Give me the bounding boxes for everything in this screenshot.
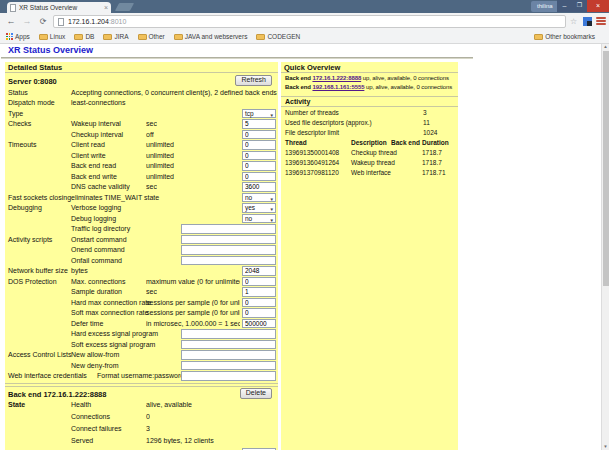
url-port: :8010 bbox=[109, 18, 127, 25]
extension-icon[interactable] bbox=[583, 17, 592, 26]
field-input[interactable] bbox=[242, 319, 276, 329]
row-label: Connections bbox=[71, 413, 110, 420]
table-row: Access Control ListsNew allow-from bbox=[5, 350, 278, 361]
field-input[interactable] bbox=[242, 151, 276, 161]
row-label: bytes bbox=[71, 267, 88, 274]
row-description: unlimited bbox=[146, 162, 174, 169]
row-label: Hard excess signal program bbox=[71, 330, 158, 337]
field-input[interactable] bbox=[242, 277, 276, 287]
field-input[interactable] bbox=[181, 350, 276, 360]
tab-strip: XR Status Overview × thilina – ❐ × bbox=[0, 0, 609, 13]
table-row: Dispatch modeleast-connections bbox=[5, 98, 278, 109]
reload-icon[interactable]: ⟳ bbox=[36, 14, 50, 29]
field-select[interactable]: no▼ bbox=[242, 214, 276, 224]
vertical-scrollbar[interactable]: ▲ ▼ bbox=[601, 44, 609, 450]
scroll-down-icon[interactable]: ▼ bbox=[602, 444, 609, 449]
field-input[interactable] bbox=[181, 340, 276, 350]
field-input[interactable] bbox=[181, 235, 276, 245]
backend-link[interactable]: 192.168.1.161:5555 bbox=[312, 84, 364, 90]
field-input[interactable] bbox=[242, 298, 276, 308]
field-input[interactable] bbox=[242, 130, 276, 140]
field-input[interactable] bbox=[242, 287, 276, 297]
backend-state: up, alive, available, 0 connections bbox=[361, 75, 449, 81]
row-label: eliminates TIME_WAIT state bbox=[71, 194, 159, 201]
bookmark-apps[interactable]: Apps bbox=[6, 33, 30, 40]
table-row: StateHealthalive, available bbox=[5, 399, 278, 411]
field-input[interactable] bbox=[181, 361, 276, 371]
field-select[interactable]: yes▼ bbox=[242, 203, 276, 213]
backend-status-line: Back end 172.16.1.222:8888 up, alive, av… bbox=[281, 75, 458, 84]
row-description: sec bbox=[146, 183, 157, 190]
new-tab-button[interactable] bbox=[115, 3, 134, 11]
table-row: Checkup intervaloff bbox=[5, 129, 278, 140]
field-input[interactable] bbox=[181, 329, 276, 339]
table-row: Hard excess signal program bbox=[5, 329, 278, 340]
row-description: sec bbox=[146, 288, 157, 295]
row-value: least-connections bbox=[71, 99, 125, 106]
scroll-up-icon[interactable]: ▲ bbox=[602, 44, 609, 49]
field-input[interactable] bbox=[242, 308, 276, 318]
window-maximize-button[interactable]: ❐ bbox=[572, 0, 587, 12]
field-input[interactable] bbox=[242, 172, 276, 182]
window-minimize-button[interactable]: – bbox=[557, 0, 572, 12]
bookmark-folder[interactable]: JIRA bbox=[103, 33, 128, 40]
row-value: Accepting connections, 0 concurrent clie… bbox=[71, 89, 277, 96]
field-input[interactable] bbox=[181, 256, 276, 266]
browser-tab[interactable]: XR Status Overview × bbox=[7, 2, 111, 13]
table-row: Client writeunlimited bbox=[5, 150, 278, 161]
tab-close-icon[interactable]: × bbox=[104, 4, 108, 12]
row-label: Hard max connection rate bbox=[71, 299, 151, 306]
thread-table-row: 139691370981120Web interface1718.71 bbox=[281, 167, 458, 177]
table-row: Activity scriptsOnstart command bbox=[5, 234, 278, 245]
field-input[interactable] bbox=[242, 182, 276, 192]
field-input[interactable] bbox=[242, 266, 276, 276]
bookmark-folders: LinuxDBJIRAOtherJAVA and webserversCODEG… bbox=[39, 33, 309, 40]
row-label: Connect failures bbox=[71, 425, 122, 432]
thread-table-header: Thread Description Back end Duration bbox=[281, 137, 458, 147]
thread-cell: 1718.7 bbox=[422, 149, 442, 156]
scrollbar-thumb[interactable] bbox=[603, 51, 609, 286]
forward-icon[interactable]: → bbox=[20, 14, 34, 29]
bookmark-folder[interactable]: Other bbox=[138, 33, 165, 40]
row-description: 0 bbox=[146, 413, 150, 420]
field-input[interactable] bbox=[242, 161, 276, 171]
field-input[interactable] bbox=[181, 224, 276, 234]
folder-icon bbox=[174, 34, 183, 40]
delete-button[interactable]: Delete bbox=[240, 388, 272, 399]
bookmark-folder[interactable]: CODEGEN bbox=[256, 33, 300, 40]
field-input[interactable] bbox=[181, 371, 276, 381]
table-row: New deny-from bbox=[5, 360, 278, 371]
bookmark-folder[interactable]: DB bbox=[74, 33, 94, 40]
refresh-button[interactable]: Refresh bbox=[235, 75, 272, 86]
bookmark-folder[interactable]: JAVA and webservers bbox=[174, 33, 248, 40]
table-row: Network buffer sizebytes bbox=[5, 266, 278, 277]
profile-chip[interactable]: thilina bbox=[531, 1, 559, 12]
other-bookmarks[interactable]: Other bookmarks bbox=[534, 33, 595, 40]
stat-value: 11 bbox=[423, 119, 430, 126]
table-row: Connections0 bbox=[5, 411, 278, 423]
server-section-header: Server 0:8080 Refresh bbox=[5, 73, 278, 87]
row-label: Client read bbox=[71, 141, 105, 148]
field-select[interactable]: no▼ bbox=[242, 193, 276, 203]
table-row: DOS ProtectionMax. connectionsmaximum va… bbox=[5, 276, 278, 287]
url-page-icon bbox=[58, 18, 64, 26]
menu-icon[interactable] bbox=[596, 17, 606, 26]
table-row: Sample durationsec bbox=[5, 287, 278, 298]
horizontal-rule bbox=[1, 57, 473, 59]
backend-link[interactable]: 172.16.1.222:8888 bbox=[312, 75, 361, 81]
bookmark-folder[interactable]: Linux bbox=[39, 33, 66, 40]
field-input[interactable] bbox=[242, 119, 276, 129]
window-close-button[interactable]: × bbox=[587, 0, 609, 12]
field-input[interactable] bbox=[181, 245, 276, 255]
field-select[interactable]: tcp▼ bbox=[242, 109, 276, 119]
table-row: Soft excess signal program bbox=[5, 339, 278, 350]
field-input[interactable] bbox=[242, 140, 276, 150]
thread-table-row: 139691360491264Wakeup thread1718.7 bbox=[281, 157, 458, 167]
bookmark-star-icon[interactable]: ☆ bbox=[570, 16, 577, 28]
table-row: ChecksWakeup intervalsec bbox=[5, 119, 278, 130]
row-label: Onfail command bbox=[71, 257, 122, 264]
address-bar[interactable]: 172.16.1.204 :8010 bbox=[53, 15, 566, 28]
row-label: Sample duration bbox=[71, 288, 122, 295]
back-icon[interactable]: ← bbox=[4, 14, 18, 29]
row-description: sessions per sample (0 for unlimited) bbox=[146, 309, 240, 316]
